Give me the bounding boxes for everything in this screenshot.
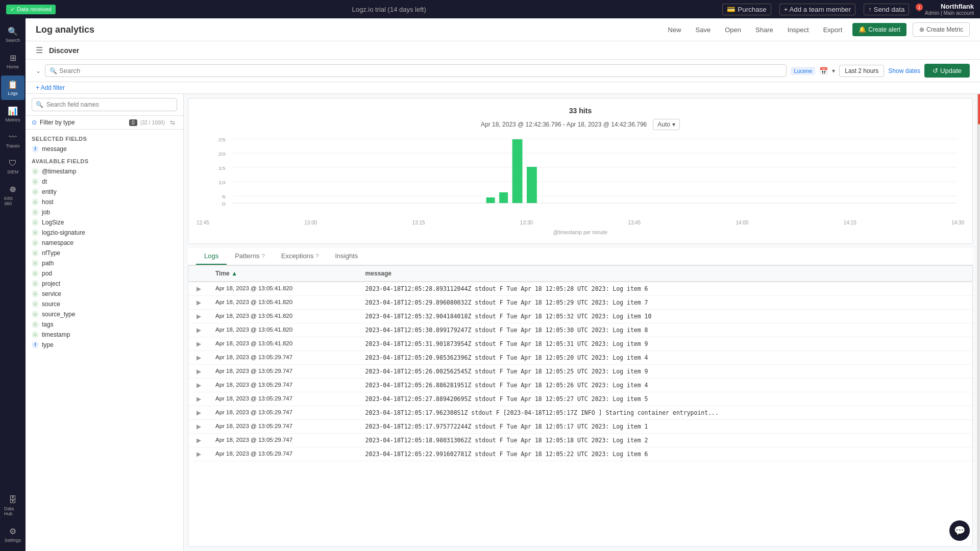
field-search-input[interactable] [32,98,177,111]
sidebar-item-metrics[interactable]: 📊 Metrics [1,102,24,127]
field-item-path[interactable]: ○ path [26,258,183,268]
field-item-logzio-signature[interactable]: ○ logzio-signature [26,228,183,238]
new-button[interactable]: New [664,24,685,36]
expand-row-button[interactable]: ▶ [194,340,203,347]
inspect-button[interactable]: Inspect [783,24,813,36]
expand-row-button[interactable]: ▶ [194,327,203,334]
filter-by-type-row[interactable]: ⊙ Filter by type 0 (32 / 1000) ⇆ [26,116,183,130]
field-item-timestamp2[interactable]: ○ timestamp [26,330,183,340]
content-area: Log analytics New Save Open Share Inspec… [26,18,980,551]
add-filter-button[interactable]: + Add filter [36,84,65,91]
field-name: pod [42,270,52,277]
message-col-header[interactable]: message [359,266,972,282]
hits-count: 33 hits [197,107,964,115]
field-item-dt[interactable]: ○ dt [26,177,183,187]
field-item-type[interactable]: f type [26,340,183,350]
fields-section: Selected fields f message Available fiel… [26,130,183,551]
field-type-icon: f [32,145,39,153]
expand-row-button[interactable]: ▶ [194,285,203,292]
open-button[interactable]: Open [721,24,745,36]
tab-logs[interactable]: Logs [196,248,227,265]
show-dates-button[interactable]: Show dates [888,67,920,74]
log-message-cell: 2023-04-18T12:05:32.904184018Z stdout F … [359,310,972,323]
expand-row-button[interactable]: ▶ [194,395,203,403]
export-button[interactable]: Export [819,24,847,36]
field-item-pod[interactable]: ○ pod [26,268,183,279]
field-name: host [42,198,54,206]
collapse-icon[interactable]: ⇆ [168,119,177,126]
expand-row-button[interactable]: ▶ [194,354,203,361]
lucene-tag[interactable]: Lucene [791,67,815,75]
tab-exceptions[interactable]: Exceptions ? [273,248,327,265]
field-item-service[interactable]: ○ service [26,289,183,299]
time-col-label: Time [215,270,230,277]
create-metric-button[interactable]: ⊕ Create Metric [913,22,970,37]
share-button[interactable]: Share [751,24,777,36]
sidebar-item-settings[interactable]: ⚙ Settings [1,522,24,547]
sidebar-item-logs[interactable]: 📋 Logs [1,76,24,100]
chat-bubble[interactable]: 💬 [949,520,970,541]
tab-label: Exceptions [281,252,314,260]
field-item-timestamp[interactable]: ○ @timestamp [26,166,183,177]
field-item-host[interactable]: ○ host [26,197,183,207]
expand-row-button[interactable]: ▶ [194,437,203,444]
field-item-tags[interactable]: ○ tags [26,319,183,330]
expand-row-button[interactable]: ▶ [194,423,203,430]
expand-row-button[interactable]: ▶ [194,409,203,416]
nav-bottom: 🗄 Data Hub ⚙ Settings [1,491,24,547]
sidebar-item-k8s[interactable]: ☸ K8S 360 [1,181,24,210]
field-item-namespace[interactable]: ○ namespace [26,238,183,248]
expand-row-button[interactable]: ▶ [194,313,203,320]
tab-patterns[interactable]: Patterns ? [227,248,273,265]
create-alert-button[interactable]: 🔔 Create alert [852,23,906,36]
field-item-nftype[interactable]: ○ nfType [26,248,183,258]
time-range-selector[interactable]: Last 2 hours [839,65,884,77]
field-item-message[interactable]: f message [26,144,183,154]
hamburger-icon[interactable]: ☰ [36,45,43,55]
purchase-button[interactable]: 💳 Purchase [722,4,771,15]
bell-icon: 🔔 [859,26,866,33]
field-name: tags [42,321,54,328]
auto-selector[interactable]: Auto ▾ [653,119,680,130]
field-name: job [42,209,50,216]
date-range-bar: Apr 18, 2023 @ 12:42:36.796 - Apr 18, 20… [197,119,964,130]
send-data-button[interactable]: ↑ Send data [864,4,909,15]
sidebar-item-search[interactable]: 🔍 Search [1,22,24,47]
field-item-source[interactable]: ○ source [26,299,183,309]
search-input[interactable] [59,67,782,74]
available-fields-title: Available fields [26,154,183,166]
save-button[interactable]: Save [692,24,715,36]
filter-type-left: ⊙ Filter by type [32,119,75,126]
field-item-source-type[interactable]: ○ source_type [26,309,183,319]
field-item-job[interactable]: ○ job [26,207,183,217]
add-team-button[interactable]: + Add a team member [779,4,856,15]
sidebar-item-datahub[interactable]: 🗄 Data Hub [1,491,24,520]
chart-header: 33 hits [197,107,964,115]
field-item-logsize[interactable]: ○ LogSize [26,217,183,228]
sidebar-item-traces[interactable]: 〰 Traces [1,129,24,153]
expand-icon[interactable]: ⌄ [36,67,41,74]
table-row: ▶ Apr 18, 2023 @ 13:05:29.747 2023-04-18… [188,406,972,420]
x-label: 14:15 [844,220,856,226]
svg-rect-12 [486,197,495,203]
trial-info: Logz.io trial (14 days left) [352,6,426,13]
tab-insights[interactable]: Insights [327,248,366,265]
field-type-icon: ○ [32,331,39,338]
log-time-cell: Apr 18, 2023 @ 13:05:29.747 [209,351,359,365]
help-badge: 1 [916,4,923,11]
field-item-project[interactable]: ○ project [26,279,183,289]
k8s-icon: ☸ [9,185,16,194]
field-item-entity[interactable]: ○ entity [26,187,183,197]
field-type-icon: ○ [32,290,39,297]
sidebar-item-home[interactable]: ⊞ Home [1,49,24,73]
expand-row-button[interactable]: ▶ [194,299,203,306]
expand-row-button[interactable]: ▶ [194,382,203,389]
sidebar-item-siem[interactable]: 🛡 SIEM [1,155,24,179]
expand-cell: ▶ [188,392,209,406]
log-time-cell: Apr 18, 2023 @ 13:05:41.820 [209,296,359,310]
update-button[interactable]: ↺ Update [924,64,970,78]
time-col-header[interactable]: Time ▲ [209,266,359,282]
expand-row-button[interactable]: ▶ [194,450,203,458]
expand-row-button[interactable]: ▶ [194,368,203,375]
help-icon[interactable]: ? 1 [917,6,921,13]
